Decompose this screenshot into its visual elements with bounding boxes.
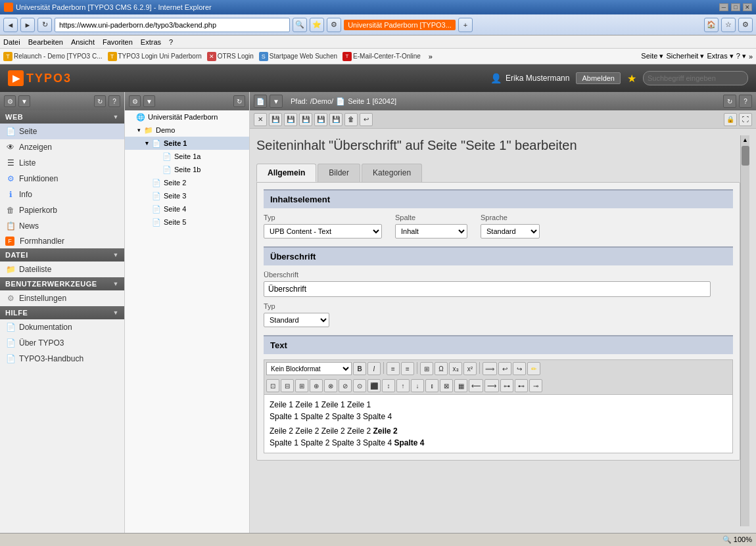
new-tab-button[interactable]: + (458, 18, 473, 32)
rte-bold-button[interactable]: B (353, 362, 366, 375)
tree-node-seite4[interactable]: 📄 Seite 4 (125, 202, 249, 216)
edit-btn-save2[interactable]: 💾 (284, 113, 297, 126)
sidebar-item-funktionen[interactable]: ⚙ Funktionen (0, 171, 124, 187)
edit-btn-close[interactable]: ✕ (254, 113, 267, 126)
rte-btn-r2-12[interactable]: ⫾ (425, 379, 438, 392)
rte-ul-button[interactable]: ≡ (401, 362, 414, 375)
typo3-search-input[interactable] (643, 71, 748, 85)
rte-btn-r2-10[interactable]: ↑ (396, 379, 410, 392)
fav-item-2[interactable]: ✕ OTRS Login (207, 52, 254, 61)
content-btn-help[interactable]: ? (739, 95, 752, 108)
star-button[interactable]: ☆ (721, 18, 736, 32)
edit-btn-undo[interactable]: ↩ (360, 113, 373, 126)
sidebar-toolbar-btn4[interactable]: ? (108, 95, 120, 107)
rte-btn-r2-19[interactable]: ⊸ (529, 379, 542, 392)
rte-btn-r2-14[interactable]: ▦ (454, 379, 467, 392)
fav-item-0[interactable]: T Relaunch - Demo [TYPO3 C... (3, 52, 103, 61)
rte-undo-button[interactable]: ↩ (498, 362, 511, 375)
typ-select[interactable]: UPB Content - Text (264, 224, 382, 239)
tree-btn1[interactable]: ⚙ (129, 95, 141, 107)
sidebar-item-info[interactable]: ℹ Info (0, 187, 124, 202)
tree-node-demo[interactable]: ▾ 📁 Demo (125, 124, 249, 137)
rte-btn-r2-3[interactable]: ⊞ (295, 379, 308, 392)
sidebar-toolbar-btn1[interactable]: ⚙ (4, 95, 16, 107)
sidebar-item-papierkorb[interactable]: 🗑 Papierkorb (0, 202, 124, 218)
settings-button[interactable]: ⚙ (738, 18, 753, 32)
sidebar-item-dokumentation[interactable]: 📄 Dokumentation (0, 319, 124, 335)
more-favs-button[interactable]: » (429, 53, 433, 60)
tree-btn3[interactable]: ↻ (233, 95, 245, 107)
scrollbar[interactable]: ▲ (740, 135, 749, 526)
favorites-button[interactable]: ⭐ (310, 18, 324, 32)
refresh-button[interactable]: ↻ (37, 18, 52, 32)
content-btn-new[interactable]: 📄 (254, 95, 267, 108)
rte-btn-r2-13[interactable]: ⊠ (440, 379, 453, 392)
typ2-select[interactable]: Standard (264, 313, 329, 327)
sicherheit-menu[interactable]: Sicherheit ▾ (666, 52, 704, 60)
tree-node-seite1b[interactable]: 📄 Seite 1b (125, 163, 249, 176)
spalte-select[interactable]: Inhalt (395, 224, 467, 239)
rte-indent-button[interactable]: ⟹ (483, 362, 497, 375)
rte-subscript-button[interactable]: x₂ (449, 362, 462, 375)
tab-allgemein[interactable]: Allgemein (256, 164, 316, 182)
rte-btn-r2-4[interactable]: ⊕ (310, 379, 323, 392)
rte-btn-r2-18[interactable]: ⊷ (515, 379, 528, 392)
menu-datei[interactable]: Datei (3, 38, 20, 46)
edit-btn-save4[interactable]: 💾 (314, 113, 327, 126)
demo-expand[interactable]: ▾ (135, 127, 142, 133)
logout-button[interactable]: Abmelden (576, 72, 621, 84)
sidebar-item-dateiliste[interactable]: 📁 Dateiliste (0, 262, 124, 277)
rte-btn-r2-6[interactable]: ⊘ (339, 379, 352, 392)
more-tools[interactable]: » (749, 53, 753, 60)
rte-btn-r2-9[interactable]: ↕ (382, 379, 395, 392)
rte-btn-r2-2[interactable]: ⊟ (281, 379, 294, 392)
menu-help[interactable]: ? (169, 38, 173, 46)
rte-content[interactable]: Zeile 1 Zeile 1 Zeile 1 Zeile 1 Spalte 1… (264, 394, 733, 453)
edit-btn-save3[interactable]: 💾 (299, 113, 312, 126)
back-button[interactable]: ◄ (3, 18, 18, 32)
ueberschrift-input[interactable] (264, 281, 711, 297)
scroll-up-button[interactable]: ▲ (741, 135, 749, 145)
extras-menu2[interactable]: Extras ▾ (707, 52, 733, 60)
edit-btn-save1[interactable]: 💾 (269, 113, 282, 126)
edit-btn-delete[interactable]: 🗑 (344, 113, 358, 126)
search-go-button[interactable]: 🔍 (293, 18, 307, 32)
tab-bilder[interactable]: Bilder (318, 164, 360, 182)
sidebar-toolbar-btn2[interactable]: ▼ (18, 95, 30, 107)
sidebar-item-formhandler[interactable]: F Formhandler (0, 234, 124, 248)
rte-btn-r2-15[interactable]: ⟵ (469, 379, 483, 392)
close-button[interactable]: ✕ (743, 3, 752, 11)
forward-button[interactable]: ► (20, 18, 35, 32)
sidebar-item-liste[interactable]: ☰ Liste (0, 155, 124, 171)
rte-btn-r2-7[interactable]: ⊙ (353, 379, 366, 392)
scroll-thumb[interactable] (742, 146, 749, 166)
home-button[interactable]: 🏠 (704, 18, 719, 32)
tab-kategorien[interactable]: Kategorien (362, 164, 422, 182)
tree-node-seite5[interactable]: 📄 Seite 5 (125, 216, 249, 229)
edit-btn-expand[interactable]: ⛶ (739, 113, 752, 126)
sidebar-item-einstellungen[interactable]: ⚙ Einstellungen (0, 290, 124, 306)
edit-btn-save5[interactable]: 💾 (329, 113, 343, 126)
tools-button[interactable]: ⚙ (327, 18, 341, 32)
menu-favoriten[interactable]: Favoriten (103, 38, 133, 46)
sidebar-item-handbuch[interactable]: 📄 TYPO3-Handbuch (0, 351, 124, 367)
rte-btn-r2-1[interactable]: ⊡ (266, 379, 279, 392)
rte-table-button[interactable]: ⊞ (420, 362, 433, 375)
menu-ansicht[interactable]: Ansicht (71, 38, 95, 46)
rte-special-char-button[interactable]: Ω (435, 362, 448, 375)
content-btn-filter[interactable]: ▼ (270, 95, 283, 108)
menu-extras[interactable]: Extras (141, 38, 161, 46)
menu-bearbeiten[interactable]: Bearbeiten (28, 38, 63, 46)
tree-node-seite3[interactable]: 📄 Seite 3 (125, 189, 249, 202)
fav-item-1[interactable]: T TYPO3 Login Uni Paderborn (108, 52, 202, 61)
tree-node-root[interactable]: 🌐 Universität Paderborn (125, 110, 249, 124)
tree-btn2[interactable]: ▼ (143, 95, 155, 107)
tree-node-seite1[interactable]: ▾ 📄 Seite 1 (125, 137, 249, 150)
tree-node-seite2[interactable]: 📄 Seite 2 (125, 176, 249, 189)
sidebar-item-news[interactable]: 📋 News (0, 218, 124, 234)
rte-redo-button[interactable]: ↪ (513, 362, 526, 375)
rte-btn-r2-8[interactable]: ⬛ (367, 379, 381, 392)
sidebar-item-anzeigen[interactable]: 👁 Anzeigen (0, 139, 124, 155)
sidebar-item-seite[interactable]: 📄 Seite (0, 124, 124, 139)
rte-highlight-button[interactable]: ✏ (527, 362, 540, 375)
